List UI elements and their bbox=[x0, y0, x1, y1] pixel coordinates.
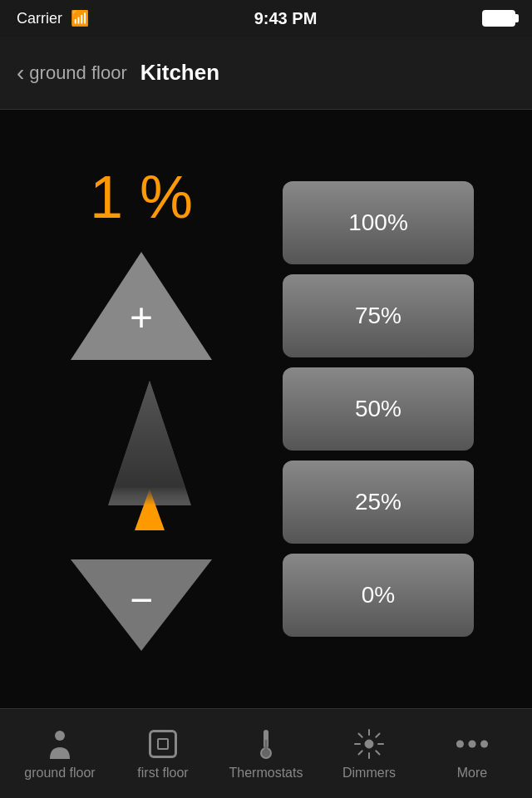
thermostats-icon bbox=[249, 727, 283, 761]
back-chevron-icon: ‹ bbox=[17, 62, 24, 85]
preset-100[interactable]: 100% bbox=[283, 181, 474, 264]
svg-text:−: − bbox=[130, 578, 153, 622]
preset-25[interactable]: 25% bbox=[283, 461, 474, 544]
main-content: 1 % + bbox=[0, 110, 532, 708]
svg-point-7 bbox=[55, 731, 65, 741]
thermostats-label: Thermostats bbox=[229, 766, 303, 781]
first-floor-label: first floor bbox=[137, 766, 188, 781]
preset-0[interactable]: 0% bbox=[283, 554, 474, 637]
preset-75[interactable]: 75% bbox=[283, 274, 474, 357]
ground-floor-label: ground floor bbox=[24, 766, 95, 781]
svg-point-22 bbox=[468, 740, 475, 747]
svg-line-17 bbox=[359, 733, 362, 736]
svg-line-18 bbox=[376, 751, 379, 754]
status-bar: Carrier 📶 9:43 PM bbox=[0, 0, 532, 37]
more-icon bbox=[456, 727, 489, 761]
battery-icon bbox=[482, 10, 515, 27]
svg-marker-4 bbox=[108, 381, 191, 505]
dimmers-icon bbox=[352, 727, 386, 761]
svg-point-23 bbox=[480, 740, 488, 747]
carrier-label: Carrier bbox=[17, 10, 62, 27]
nav-bar: ‹ ground floor Kitchen bbox=[0, 37, 532, 110]
svg-line-20 bbox=[359, 751, 362, 754]
percentage-display: 1 % bbox=[90, 163, 193, 231]
wifi-icon: 📶 bbox=[71, 9, 89, 27]
tab-ground-floor[interactable]: ground floor bbox=[8, 727, 111, 781]
tab-bar: ground floor first floor Thermostats bbox=[0, 708, 532, 798]
svg-point-21 bbox=[456, 740, 464, 747]
back-label: ground floor bbox=[29, 62, 126, 84]
tab-more[interactable]: More bbox=[421, 727, 524, 781]
svg-line-19 bbox=[376, 733, 379, 736]
right-panel: 100% 75% 50% 25% 0% bbox=[283, 181, 499, 637]
first-floor-icon bbox=[146, 727, 180, 761]
decrease-button[interactable]: − bbox=[66, 555, 216, 655]
page-title: Kitchen bbox=[140, 60, 219, 86]
tab-thermostats[interactable]: Thermostats bbox=[214, 727, 318, 781]
tab-first-floor[interactable]: first floor bbox=[111, 727, 214, 781]
status-time: 9:43 PM bbox=[254, 9, 318, 28]
status-left: Carrier 📶 bbox=[17, 9, 89, 27]
more-label: More bbox=[457, 766, 487, 781]
svg-point-11 bbox=[262, 749, 270, 757]
ground-floor-icon bbox=[43, 727, 76, 761]
left-panel: 1 % + bbox=[33, 163, 249, 655]
back-button[interactable]: ‹ ground floor bbox=[17, 62, 127, 85]
increase-button[interactable]: + bbox=[66, 248, 216, 364]
dimmers-label: Dimmers bbox=[342, 766, 396, 781]
preset-50[interactable]: 50% bbox=[283, 367, 474, 451]
dimmer-indicator bbox=[108, 381, 175, 547]
svg-text:+: + bbox=[130, 295, 153, 339]
tab-dimmers[interactable]: Dimmers bbox=[318, 727, 421, 781]
svg-rect-10 bbox=[265, 740, 268, 750]
svg-point-12 bbox=[365, 740, 373, 748]
